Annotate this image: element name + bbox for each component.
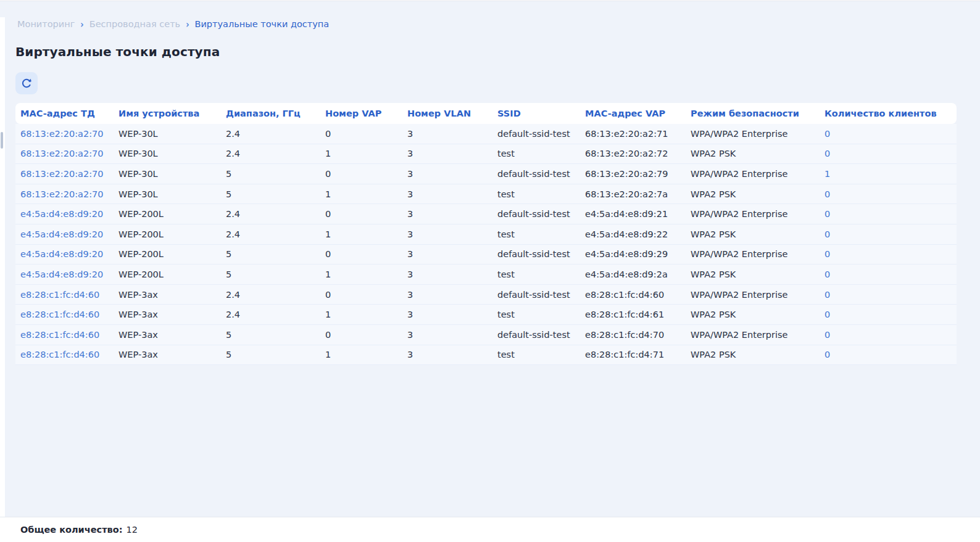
- cell-vlan: 3: [402, 350, 492, 359]
- ap-mac-link[interactable]: 68:13:e2:20:a2:70: [15, 189, 114, 199]
- vap-table: MAC-адрес ТДИмя устройстваДиапазон, ГГцН…: [15, 103, 957, 365]
- cell-ssid: default-ssid-test: [492, 169, 580, 179]
- refresh-button[interactable]: [15, 72, 38, 94]
- cell-band: 5: [221, 249, 320, 259]
- cell-vap: 1: [320, 310, 402, 319]
- cell-device: WEP-30L: [114, 169, 221, 179]
- ap-mac-link[interactable]: e4:5a:d4:e8:d9:20: [15, 269, 114, 279]
- ap-mac-link[interactable]: e4:5a:d4:e8:d9:20: [15, 209, 114, 219]
- cell-mac_vap: e4:5a:d4:e8:d9:29: [580, 249, 686, 259]
- cell-band: 2.4: [221, 149, 320, 158]
- table-row: e8:28:c1:fc:d4:60WEP-3ax503default-ssid-…: [15, 325, 957, 345]
- left-scrollbar-rail: [0, 17, 5, 517]
- ap-mac-link[interactable]: e8:28:c1:fc:d4:60: [15, 350, 114, 359]
- ap-mac-link[interactable]: 68:13:e2:20:a2:70: [15, 169, 114, 179]
- cell-device: WEP-200L: [114, 229, 221, 239]
- column-header-0[interactable]: MAC-адрес ТД: [15, 109, 114, 118]
- cell-mac_vap: e8:28:c1:fc:d4:70: [580, 330, 686, 340]
- cell-ssid: default-ssid-test: [492, 129, 580, 139]
- clients-count-link[interactable]: 0: [820, 129, 957, 139]
- clients-count-link[interactable]: 1: [820, 169, 957, 179]
- cell-mac_vap: e8:28:c1:fc:d4:60: [580, 290, 686, 300]
- clients-count-link[interactable]: 0: [820, 290, 957, 300]
- top-divider: [0, 0, 980, 1]
- cell-device: WEP-200L: [114, 269, 221, 279]
- cell-band: 2.4: [221, 209, 320, 219]
- cell-device: WEP-30L: [114, 129, 221, 139]
- total-count-label: Общее количество:: [20, 525, 123, 535]
- cell-security: WPA2 PSK: [686, 229, 820, 239]
- cell-ssid: test: [492, 149, 580, 158]
- cell-security: WPA/WPA2 Enterprise: [686, 129, 820, 139]
- table-row: 68:13:e2:20:a2:70WEP-30L2.403default-ssi…: [15, 124, 957, 144]
- column-header-1[interactable]: Имя устройства: [114, 109, 221, 118]
- cell-band: 2.4: [221, 229, 320, 239]
- cell-security: WPA2 PSK: [686, 310, 820, 319]
- cell-mac_vap: 68:13:e2:20:a2:7a: [580, 189, 686, 199]
- column-header-5[interactable]: SSID: [492, 109, 580, 118]
- ap-mac-link[interactable]: e8:28:c1:fc:d4:60: [15, 330, 114, 340]
- ap-mac-link[interactable]: e8:28:c1:fc:d4:60: [15, 310, 114, 319]
- table-row: e8:28:c1:fc:d4:60WEP-3ax2.403default-ssi…: [15, 285, 957, 305]
- column-header-2[interactable]: Диапазон, ГГц: [221, 109, 320, 118]
- breadcrumb-monitoring[interactable]: Мониторинг: [17, 19, 75, 29]
- cell-vap: 0: [320, 169, 402, 179]
- cell-vlan: 3: [402, 129, 492, 139]
- cell-device: WEP-30L: [114, 149, 221, 158]
- cell-security: WPA/WPA2 Enterprise: [686, 290, 820, 300]
- breadcrumb-wireless-network[interactable]: Беспроводная сеть: [89, 19, 180, 29]
- cell-vlan: 3: [402, 189, 492, 199]
- cell-security: WPA2 PSK: [686, 350, 820, 359]
- clients-count-link[interactable]: 0: [820, 269, 957, 279]
- clients-count-link[interactable]: 0: [820, 350, 957, 359]
- cell-security: WPA/WPA2 Enterprise: [686, 209, 820, 219]
- ap-mac-link[interactable]: e4:5a:d4:e8:d9:20: [15, 229, 114, 239]
- cell-vap: 1: [320, 189, 402, 199]
- ap-mac-link[interactable]: 68:13:e2:20:a2:70: [15, 149, 114, 158]
- column-header-3[interactable]: Номер VAP: [320, 109, 402, 118]
- cell-ssid: test: [492, 310, 580, 319]
- cell-band: 5: [221, 350, 320, 359]
- column-header-7[interactable]: Режим безопасности: [686, 109, 820, 118]
- column-header-6[interactable]: MAC-адрес VAP: [580, 109, 686, 118]
- cell-vap: 1: [320, 269, 402, 279]
- cell-ssid: default-ssid-test: [492, 330, 580, 340]
- cell-device: WEP-3ax: [114, 310, 221, 319]
- column-header-4[interactable]: Номер VLAN: [402, 109, 492, 118]
- cell-vap: 1: [320, 149, 402, 158]
- cell-vlan: 3: [402, 330, 492, 340]
- cell-security: WPA/WPA2 Enterprise: [686, 249, 820, 259]
- clients-count-link[interactable]: 0: [820, 310, 957, 319]
- cell-ssid: test: [492, 229, 580, 239]
- table-row: 68:13:e2:20:a2:70WEP-30L503default-ssid-…: [15, 164, 957, 184]
- cell-band: 2.4: [221, 129, 320, 139]
- cell-mac_vap: 68:13:e2:20:a2:71: [580, 129, 686, 139]
- cell-device: WEP-200L: [114, 209, 221, 219]
- scrollbar-thumb[interactable]: [1, 132, 3, 149]
- clients-count-link[interactable]: 0: [820, 330, 957, 340]
- refresh-icon: [20, 77, 33, 89]
- cell-vlan: 3: [402, 209, 492, 219]
- clients-count-link[interactable]: 0: [820, 249, 957, 259]
- clients-count-link[interactable]: 0: [820, 209, 957, 219]
- cell-device: WEP-200L: [114, 249, 221, 259]
- ap-mac-link[interactable]: e8:28:c1:fc:d4:60: [15, 290, 114, 300]
- cell-security: WPA2 PSK: [686, 269, 820, 279]
- cell-device: WEP-3ax: [114, 330, 221, 340]
- cell-mac_vap: e4:5a:d4:e8:d9:2a: [580, 269, 686, 279]
- column-header-8[interactable]: Количество клиентов: [820, 109, 957, 118]
- table-row: e4:5a:d4:e8:d9:20WEP-200L513teste4:5a:d4…: [15, 265, 957, 285]
- cell-band: 5: [221, 169, 320, 179]
- ap-mac-link[interactable]: e4:5a:d4:e8:d9:20: [15, 249, 114, 259]
- breadcrumb-virtual-access-points: Виртуальные точки доступа: [194, 19, 329, 29]
- cell-device: WEP-3ax: [114, 350, 221, 359]
- clients-count-link[interactable]: 0: [820, 149, 957, 158]
- clients-count-link[interactable]: 0: [820, 229, 957, 239]
- table-row: e4:5a:d4:e8:d9:20WEP-200L503default-ssid…: [15, 245, 957, 265]
- ap-mac-link[interactable]: 68:13:e2:20:a2:70: [15, 129, 114, 139]
- cell-mac_vap: e4:5a:d4:e8:d9:22: [580, 229, 686, 239]
- table-row: e8:28:c1:fc:d4:60WEP-3ax513teste8:28:c1:…: [15, 345, 957, 366]
- cell-band: 5: [221, 330, 320, 340]
- cell-mac_vap: e8:28:c1:fc:d4:61: [580, 310, 686, 319]
- clients-count-link[interactable]: 0: [820, 189, 957, 199]
